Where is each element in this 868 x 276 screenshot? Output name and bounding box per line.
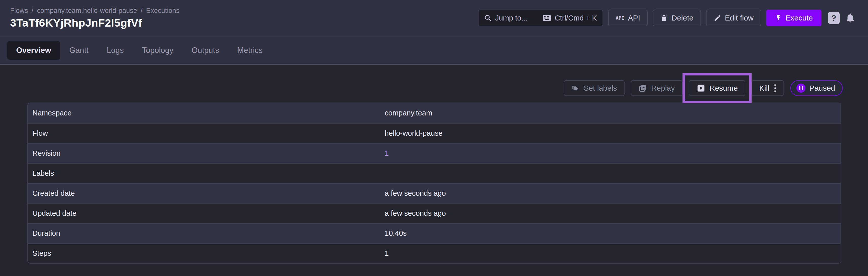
- row-label: Namespace: [32, 109, 385, 117]
- jump-to-search[interactable]: Jump to... Ctrl/Cmd + K: [478, 10, 603, 26]
- table-row-labels: Labels: [28, 163, 841, 183]
- row-label: Updated date: [32, 209, 385, 217]
- delete-button-label: Delete: [671, 14, 693, 22]
- row-value: company.team: [385, 109, 432, 117]
- keyboard-icon: [542, 14, 551, 22]
- page-title: 3TaTf6KYjRhpJnF2l5gfVf: [10, 17, 179, 29]
- replay-label: Replay: [651, 84, 675, 92]
- tab-metrics[interactable]: Metrics: [228, 41, 272, 60]
- row-label: Revision: [32, 149, 385, 157]
- execute-button[interactable]: Execute: [766, 10, 822, 26]
- breadcrumb-separator: /: [141, 7, 143, 15]
- trash-icon: [660, 14, 668, 22]
- status-badge-paused: Paused: [790, 80, 843, 96]
- table-row-duration: Duration 10.40s: [28, 223, 841, 243]
- table-row-revision: Revision 1: [28, 143, 841, 163]
- help-button[interactable]: ?: [828, 12, 840, 24]
- pause-circle-icon: [796, 84, 805, 93]
- table-row-created-date: Created date a few seconds ago: [28, 183, 841, 203]
- tab-overview[interactable]: Overview: [7, 41, 60, 60]
- annotation-highlight: Resume: [683, 73, 752, 103]
- set-labels-button[interactable]: Set labels: [564, 80, 625, 96]
- top-header: Flows / company.team.hello-world-pause /…: [0, 0, 868, 36]
- tab-gantt[interactable]: Gantt: [60, 41, 98, 60]
- table-row-steps: Steps 1: [28, 243, 841, 263]
- resume-button[interactable]: Resume: [689, 80, 746, 96]
- execution-overview-table: Namespace company.team Flow hello-world-…: [27, 102, 841, 264]
- kill-label: Kill: [759, 84, 769, 92]
- play-box-icon: [696, 84, 706, 93]
- jump-to-shortcut: Ctrl/Cmd + K: [555, 14, 597, 22]
- status-label: Paused: [809, 84, 835, 92]
- question-icon: ?: [831, 13, 836, 23]
- row-label: Duration: [32, 229, 385, 238]
- pencil-icon: [714, 14, 721, 22]
- table-row-updated-date: Updated date a few seconds ago: [28, 203, 841, 223]
- execution-actions: Set labels Replay: [0, 73, 868, 102]
- row-value: a few seconds ago: [385, 189, 446, 197]
- breadcrumb-namespace-flow[interactable]: company.team.hello-world-pause: [37, 7, 137, 15]
- row-label: Labels: [32, 169, 385, 178]
- row-label: Steps: [32, 249, 385, 257]
- edit-flow-button[interactable]: Edit flow: [706, 10, 761, 26]
- resume-label: Resume: [710, 84, 738, 92]
- notifications-button[interactable]: [845, 12, 856, 24]
- dots-vertical-icon: [774, 84, 776, 93]
- api-button[interactable]: API API: [608, 10, 648, 26]
- row-label: Flow: [32, 129, 385, 137]
- lightning-icon: [775, 14, 782, 22]
- api-button-label: API: [628, 14, 640, 22]
- breadcrumb-separator: /: [32, 7, 34, 15]
- edit-flow-button-label: Edit flow: [725, 14, 753, 22]
- revision-link[interactable]: 1: [385, 149, 389, 157]
- row-label: Created date: [32, 189, 385, 197]
- api-chip-icon: API: [616, 15, 624, 21]
- replay-icon: [639, 84, 647, 92]
- table-row-flow: Flow hello-world-pause: [28, 123, 841, 143]
- bell-icon: [845, 12, 856, 24]
- tab-outputs[interactable]: Outputs: [182, 41, 228, 60]
- execution-tabbar: Overview Gantt Logs Topology Outputs Met…: [0, 36, 868, 65]
- kill-button[interactable]: Kill: [752, 80, 784, 96]
- breadcrumb-executions[interactable]: Executions: [146, 7, 179, 15]
- overview-content: Set labels Replay: [0, 65, 868, 276]
- row-value: 1: [385, 249, 389, 257]
- search-icon: [484, 14, 492, 22]
- row-value: 10.40s: [385, 229, 407, 238]
- replay-button[interactable]: Replay: [631, 80, 682, 96]
- table-row-namespace: Namespace company.team: [28, 103, 841, 123]
- delete-button[interactable]: Delete: [653, 10, 701, 26]
- row-value: a few seconds ago: [385, 209, 446, 217]
- row-value: hello-world-pause: [385, 129, 443, 137]
- label-tag-icon: [571, 84, 580, 92]
- tab-logs[interactable]: Logs: [98, 41, 133, 60]
- tab-topology[interactable]: Topology: [133, 41, 182, 60]
- header-title-block: Flows / company.team.hello-world-pause /…: [10, 7, 179, 29]
- execute-button-label: Execute: [785, 14, 813, 22]
- jump-to-placeholder: Jump to...: [495, 14, 527, 22]
- header-controls: Jump to... Ctrl/Cmd + K: [478, 10, 856, 26]
- kestra-execution-page: Flows / company.team.hello-world-pause /…: [0, 0, 868, 276]
- breadcrumb-flows[interactable]: Flows: [10, 7, 28, 15]
- breadcrumb: Flows / company.team.hello-world-pause /…: [10, 7, 179, 15]
- set-labels-label: Set labels: [584, 84, 617, 92]
